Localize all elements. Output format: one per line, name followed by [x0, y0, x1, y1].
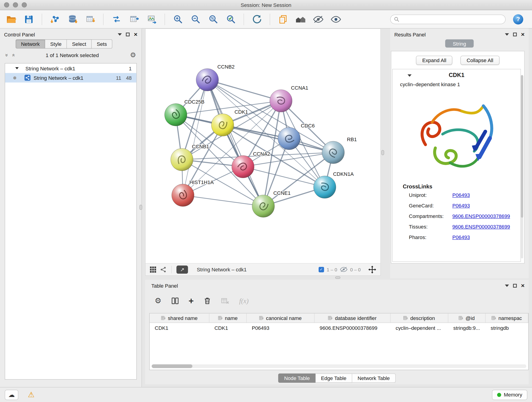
panel-menu-icon[interactable]: [505, 284, 509, 287]
toolbar-separator: [103, 13, 103, 25]
network-node-CCNA1[interactable]: [270, 89, 292, 112]
network-node-CCNB2[interactable]: [196, 69, 219, 91]
column-header-description[interactable]: description: [391, 313, 448, 322]
tab-edge-table[interactable]: Edge Table: [316, 374, 352, 383]
column-header-name[interactable]: name: [209, 313, 247, 322]
column-header-shared-name[interactable]: shared name: [150, 313, 209, 322]
network-node-CCNE1[interactable]: [252, 195, 274, 217]
save-session-button[interactable]: [21, 12, 37, 27]
network-collection-row[interactable]: String Network – cdk1 1: [5, 64, 136, 73]
export-table-button[interactable]: [126, 12, 142, 27]
show-all-button[interactable]: [328, 12, 344, 27]
collapse-all-networks-icon[interactable]: »: [10, 54, 16, 56]
control-tab-network[interactable]: Network: [16, 39, 45, 49]
network-canvas[interactable]: CCNB2CCNA1CDC25BCDK1CDC6RB1CCNB1CCNA2CDK…: [146, 29, 380, 263]
column-header-id[interactable]: @id: [448, 313, 486, 322]
export-network-icon: [112, 14, 121, 24]
control-tab-select[interactable]: Select: [67, 39, 92, 49]
cloud-button[interactable]: ☁: [5, 390, 18, 400]
control-tab-style[interactable]: Style: [45, 39, 67, 49]
crosslink-value-link[interactable]: P06493: [452, 234, 470, 240]
network-node-CDC6[interactable]: [278, 128, 300, 150]
network-edge[interactable]: [207, 80, 263, 206]
results-tab-string[interactable]: String: [445, 39, 474, 48]
add-column-button[interactable]: +: [189, 296, 194, 305]
tab-node-table[interactable]: Node Table: [278, 374, 316, 383]
zoom-fit-button[interactable]: [205, 12, 221, 27]
expand-all-button[interactable]: Expand All: [416, 56, 452, 65]
network-edge[interactable]: [207, 80, 281, 101]
column-header-namespac[interactable]: namespac: [486, 313, 528, 322]
crosslink-value-link[interactable]: P06493: [452, 203, 470, 208]
crosslink-label: Uniprot:: [409, 192, 452, 198]
section-collapse-icon[interactable]: [408, 74, 412, 77]
network-node-HIST1H1A[interactable]: [172, 184, 194, 206]
table-hscrollbar-thumb[interactable]: [152, 364, 192, 368]
delete-column-button[interactable]: [203, 297, 211, 305]
control-tab-sets[interactable]: Sets: [92, 39, 112, 49]
warning-icon[interactable]: ⚠: [28, 391, 34, 399]
memory-button[interactable]: Memory: [492, 390, 527, 400]
close-window-button[interactable]: [4, 2, 9, 7]
network-edge[interactable]: [183, 195, 263, 206]
expand-all-networks-icon[interactable]: »: [4, 54, 10, 56]
search-input[interactable]: [401, 17, 502, 22]
share-network-icon[interactable]: [160, 266, 167, 273]
import-network-database-button[interactable]: [65, 12, 80, 27]
horizontal-splitter-handle[interactable]: [335, 276, 340, 279]
crosslink-value-link[interactable]: 9606.ENSP00000378699: [452, 224, 510, 230]
crosslink-value-link[interactable]: P06493: [452, 192, 470, 198]
import-network-file-button[interactable]: [47, 12, 63, 27]
vertical-splitter-handle[interactable]: [139, 205, 142, 210]
network-edge[interactable]: [183, 80, 207, 195]
collapse-all-button[interactable]: Collapse All: [461, 56, 499, 65]
copy-document-button[interactable]: [275, 12, 291, 27]
column-header-canonical-name[interactable]: canonical name: [247, 313, 315, 322]
export-image-button[interactable]: [144, 12, 159, 27]
zoom-in-button[interactable]: [170, 12, 186, 27]
float-panel-icon[interactable]: [513, 32, 517, 36]
column-header-database-identifier[interactable]: database identifier: [315, 313, 391, 322]
results-scrollbar-thumb[interactable]: [521, 75, 523, 217]
network-node-CCNB1[interactable]: [171, 148, 193, 171]
table-row[interactable]: CDK1CDK1P064939606.ENSP00000378699cyclin…: [150, 323, 528, 332]
table-hscrollbar[interactable]: [152, 364, 526, 368]
close-panel-icon[interactable]: ×: [521, 283, 525, 289]
panel-menu-icon[interactable]: [118, 33, 122, 35]
panel-menu-icon[interactable]: [505, 33, 509, 35]
selected-checkbox-icon[interactable]: ✓: [318, 267, 324, 272]
tab-network-table[interactable]: Network Table: [352, 374, 395, 383]
network-node-CDK1[interactable]: [211, 114, 234, 136]
crosslink-value-link[interactable]: 9606.ENSP00000378699: [452, 213, 510, 219]
pan-crosshair-icon[interactable]: [368, 265, 376, 274]
node-label: CDKN1A: [333, 171, 354, 177]
hide-selected-button[interactable]: [310, 12, 326, 27]
close-panel-icon[interactable]: ×: [134, 31, 138, 37]
minimize-window-button[interactable]: [13, 2, 18, 7]
disclosure-triangle-icon[interactable]: [15, 67, 19, 69]
network-node-CCNA2[interactable]: [232, 156, 254, 178]
close-panel-icon[interactable]: ×: [521, 31, 525, 37]
refresh-layout-button[interactable]: [249, 12, 265, 27]
float-panel-icon[interactable]: [513, 284, 517, 287]
zoom-selected-button[interactable]: [223, 12, 239, 27]
open-in-window-button[interactable]: ↗: [177, 265, 188, 274]
zoom-out-button[interactable]: [188, 12, 203, 27]
grid-view-icon[interactable]: [150, 266, 157, 273]
table-settings-button[interactable]: ⚙: [155, 297, 161, 305]
maximize-window-button[interactable]: [22, 2, 27, 7]
network-options-gear-icon[interactable]: ⚙: [130, 51, 136, 58]
import-table-button[interactable]: [82, 12, 98, 27]
show-columns-button[interactable]: [171, 297, 179, 305]
network-row-selected[interactable]: String Network – cdk1 11 48: [5, 73, 136, 83]
float-panel-icon[interactable]: [126, 32, 130, 36]
export-network-button[interactable]: [109, 12, 124, 27]
help-button[interactable]: ?: [513, 14, 523, 24]
network-node-CDKN1A[interactable]: [313, 176, 336, 198]
open-session-button[interactable]: [3, 12, 19, 27]
home-button[interactable]: [293, 12, 308, 27]
network-node-CDC25B[interactable]: [165, 104, 187, 126]
results-scrollbar[interactable]: [521, 75, 523, 258]
network-node-RB1[interactable]: [322, 141, 344, 164]
vertical-splitter-handle[interactable]: [381, 150, 384, 155]
